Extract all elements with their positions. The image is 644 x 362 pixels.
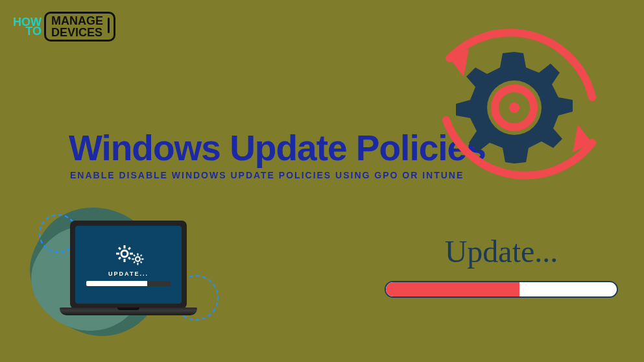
svg-rect-16 <box>140 254 142 256</box>
laptop-base <box>60 308 197 315</box>
svg-rect-17 <box>133 261 135 263</box>
svg-rect-1 <box>124 245 126 248</box>
svg-rect-7 <box>128 247 131 250</box>
svg-point-9 <box>136 257 140 261</box>
laptop-screen: UPDATE... <box>75 226 182 304</box>
laptop-gears-icon <box>112 243 145 267</box>
logo-devices-text: DEVICES <box>51 27 103 38</box>
svg-rect-3 <box>116 253 119 255</box>
update-label: Update... <box>385 234 618 269</box>
update-progress-bar <box>385 281 618 298</box>
svg-point-0 <box>121 250 128 257</box>
logo-box: MANAGE DEVICES <box>44 12 115 42</box>
logo-manage-text: MANAGE <box>51 15 103 27</box>
laptop-bezel: UPDATE... <box>70 221 187 309</box>
svg-point-22 <box>509 103 519 113</box>
svg-rect-13 <box>141 258 144 259</box>
svg-rect-14 <box>133 254 135 256</box>
laptop-progress-bar <box>86 281 171 286</box>
update-section: Update... <box>385 234 618 298</box>
svg-rect-10 <box>137 253 138 256</box>
laptop-illustration: UPDATE... <box>60 221 197 315</box>
logo-howto: HOW TO <box>13 18 42 36</box>
page-subtitle: ENABLE DISABLE WINDOWS UPDATE POLICIES U… <box>70 170 464 180</box>
svg-rect-5 <box>118 247 121 250</box>
svg-rect-2 <box>124 259 126 262</box>
svg-rect-4 <box>130 253 133 255</box>
svg-rect-15 <box>140 261 142 263</box>
svg-rect-12 <box>132 258 134 259</box>
laptop-update-label: UPDATE... <box>108 271 149 277</box>
svg-rect-11 <box>137 263 138 265</box>
svg-rect-8 <box>118 257 121 260</box>
gear-update-icon <box>411 13 618 214</box>
logo: HOW TO MANAGE DEVICES <box>13 12 115 42</box>
svg-rect-6 <box>128 257 131 260</box>
update-progress-fill <box>386 282 519 296</box>
laptop-progress-fill <box>86 281 147 286</box>
